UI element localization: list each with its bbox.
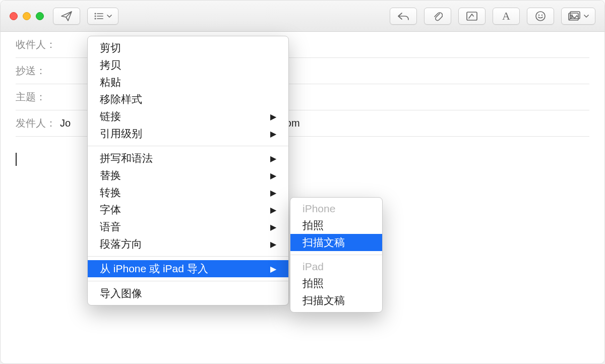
list-icon [94,12,104,20]
cc-label: 抄送： [16,64,60,78]
attach-button[interactable] [424,8,451,25]
menu-item-remove-style[interactable]: 移除样式 [88,91,288,108]
menu-label: 导入图像 [100,286,142,300]
subject-label: 主题： [16,90,60,104]
minimize-window-button[interactable] [23,12,31,20]
submenu-arrow-icon: ▶ [270,222,276,232]
format-button[interactable]: A [493,8,520,25]
menu-label: 引用级别 [100,127,142,141]
import-submenu: iPhone 拍照 扫描文稿 iPad 拍照 扫描文稿 [290,197,383,313]
submenu-arrow-icon: ▶ [270,205,276,215]
svg-point-2 [95,15,96,17]
close-window-button[interactable] [10,12,18,20]
menu-item-speech[interactable]: 语音▶ [88,218,288,235]
from-label: 发件人： [16,116,60,130]
menu-item-link[interactable]: 链接▶ [88,108,288,125]
submenu-iphone-scan-document[interactable]: 扫描文稿 [290,234,382,251]
submenu-arrow-icon: ▶ [270,239,276,249]
menu-label: 语音 [100,220,121,234]
window-controls [10,12,44,20]
menu-label: 从 iPhone 或 iPad 导入 [100,262,208,276]
submenu-arrow-icon: ▶ [270,264,276,274]
submenu-arrow-icon: ▶ [270,112,276,122]
menu-label: 替换 [100,168,121,183]
menu-item-paragraph-direction[interactable]: 段落方向▶ [88,235,288,253]
svg-point-4 [95,18,96,19]
menu-label: 粘贴 [100,75,121,89]
zoom-window-button[interactable] [36,12,44,20]
menu-item-substitutions[interactable]: 替换▶ [88,167,288,184]
menu-label: 拼写和语法 [100,151,153,165]
smiley-icon [535,11,546,22]
svg-point-12 [571,15,573,16]
photos-icon [568,11,581,21]
markup-icon [466,11,478,21]
menu-label: 拍照 [302,276,324,290]
from-value-prefix: Jo [60,117,71,129]
paper-plane-icon [60,11,73,22]
submenu-ipad-take-photo[interactable]: 拍照 [290,275,382,292]
text-cursor [16,153,17,166]
chevron-down-icon [584,14,589,18]
toolbar-right-group: A [390,8,595,25]
context-menu: 剪切 拷贝 粘贴 移除样式 链接▶ 引用级别▶ 拼写和语法▶ 替换▶ 转换▶ 字… [87,36,289,306]
chevron-down-icon [107,14,112,18]
submenu-iphone-take-photo[interactable]: 拍照 [290,217,382,234]
svg-point-9 [541,14,542,15]
menu-item-spelling[interactable]: 拼写和语法▶ [88,150,288,167]
submenu-arrow-icon: ▶ [270,129,276,139]
menu-item-transformations[interactable]: 转换▶ [88,184,288,201]
menu-separator [88,281,288,281]
svg-point-0 [95,13,96,14]
svg-point-8 [538,14,539,15]
menu-item-font[interactable]: 字体▶ [88,201,288,218]
menu-separator [88,146,288,146]
toolbar-left-group [53,8,118,25]
menu-label: 移除样式 [100,92,142,106]
menu-item-paste[interactable]: 粘贴 [88,74,288,91]
photo-browser-button[interactable] [561,8,595,25]
submenu-arrow-icon: ▶ [270,154,276,163]
submenu-ipad-scan-document[interactable]: 扫描文稿 [290,292,382,309]
reply-button[interactable] [390,8,417,25]
header-fields-button[interactable] [87,8,118,25]
submenu-arrow-icon: ▶ [270,188,276,198]
font-a-icon: A [502,10,510,23]
menu-item-quote-level[interactable]: 引用级别▶ [88,125,288,142]
svg-point-7 [536,12,545,21]
menu-label: 转换 [100,186,121,200]
markup-button[interactable] [458,8,486,25]
menu-item-import-from-device[interactable]: 从 iPhone 或 iPad 导入▶ [88,260,288,277]
window-titlebar: A [1,1,604,32]
menu-label: 字体 [100,203,121,217]
emoji-button[interactable] [527,8,554,25]
menu-item-import-image[interactable]: 导入图像 [88,285,288,302]
menu-label: 拍照 [302,218,324,232]
menu-label: 链接 [100,109,121,124]
svg-rect-6 [467,12,477,20]
mail-compose-window: A 收件人： 抄送： 主题： [0,0,605,364]
reply-arrow-icon [397,12,409,21]
menu-item-cut[interactable]: 剪切 [88,39,288,56]
menu-label: 段落方向 [100,237,142,251]
to-label: 收件人： [16,38,60,51]
submenu-header-iphone: iPhone [290,201,382,217]
send-button[interactable] [53,8,80,25]
menu-item-copy[interactable]: 拷贝 [88,56,288,74]
menu-separator [290,255,382,255]
menu-separator [88,256,288,257]
menu-label: 扫描文稿 [302,293,345,308]
menu-label: 拷贝 [100,58,121,72]
paperclip-icon [433,11,443,22]
submenu-arrow-icon: ▶ [270,171,276,180]
submenu-header-ipad: iPad [290,259,382,275]
menu-label: 扫描文稿 [302,235,345,250]
menu-label: 剪切 [100,41,121,55]
